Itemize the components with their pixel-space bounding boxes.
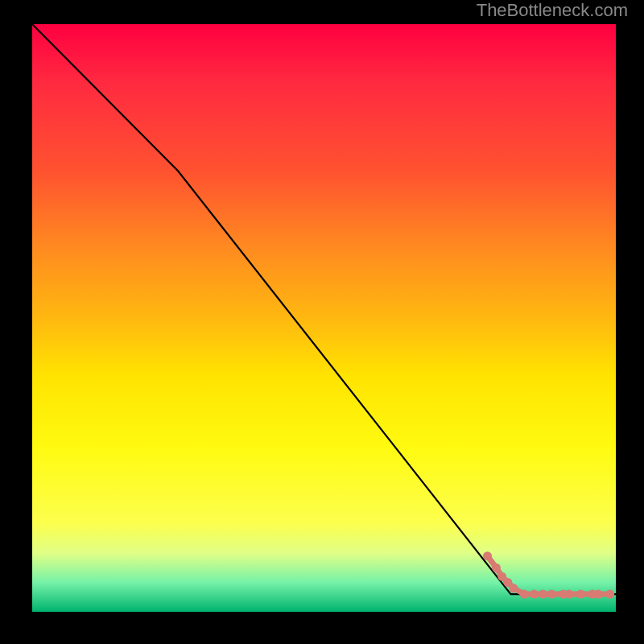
data-point <box>510 584 518 592</box>
data-point <box>530 590 539 599</box>
data-point <box>492 564 501 572</box>
attribution-label: TheBottleneck.com <box>477 0 628 21</box>
data-points-group <box>483 551 614 598</box>
data-point <box>605 590 614 599</box>
data-point <box>576 590 585 599</box>
chart-container: TheBottleneck.com <box>0 0 644 644</box>
data-point <box>594 590 603 599</box>
data-point <box>547 590 556 599</box>
plot-overlay <box>32 24 616 612</box>
data-point <box>520 590 529 599</box>
data-point <box>539 590 547 599</box>
bottleneck-curve <box>32 24 616 594</box>
data-point <box>565 590 574 599</box>
data-point <box>483 551 492 560</box>
